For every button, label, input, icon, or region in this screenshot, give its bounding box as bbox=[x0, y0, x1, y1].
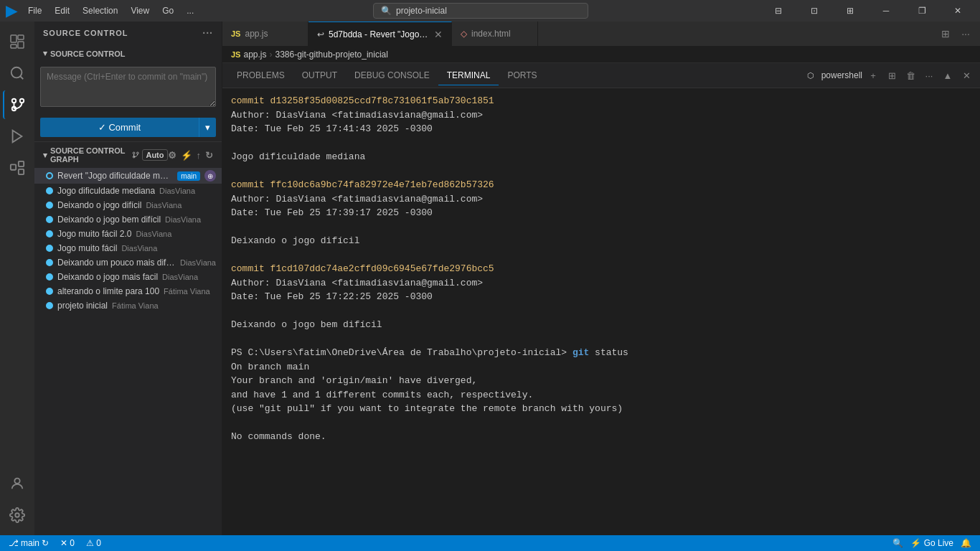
extensions-activity-icon[interactable] bbox=[3, 154, 32, 182]
golive-text: ⚡ Go Live bbox=[910, 538, 953, 548]
svg-point-14 bbox=[14, 479, 19, 484]
tab-label-appjs: app.js bbox=[245, 29, 299, 39]
graph-item-8[interactable]: alterando o limite para 100 Fátima Viana bbox=[34, 284, 222, 298]
status-notification[interactable]: 🔔 bbox=[958, 538, 974, 548]
term-on-branch: On branch main bbox=[231, 362, 309, 372]
term-message-2: Deixando o jogo difícil bbox=[231, 235, 359, 246]
term-prompt: PS C:\Users\fatim\OneDrive\Área de Traba… bbox=[231, 347, 573, 358]
sidebar-header-icons: ··· bbox=[202, 27, 213, 39]
window-split-icon[interactable]: ⊞ bbox=[834, 0, 867, 22]
status-zoom[interactable]: 🔍 bbox=[890, 538, 906, 548]
graph-item-0[interactable]: Revert "Jogo dificuldade mediana"... mai… bbox=[34, 168, 222, 184]
terminal-close-button[interactable]: ✕ bbox=[958, 67, 974, 83]
menu-selection[interactable]: Selection bbox=[77, 3, 123, 19]
terminal-more-button[interactable]: ··· bbox=[921, 67, 937, 83]
term-blank-1 bbox=[231, 136, 971, 151]
window-minimize-button[interactable]: ─ bbox=[870, 0, 903, 22]
graph-item-text-9: projeto inicial Fátima Viana bbox=[57, 301, 216, 311]
graph-item-2[interactable]: Deixando o jogo difícil DiasViana bbox=[34, 198, 222, 212]
breadcrumb-separator: › bbox=[270, 50, 273, 60]
tab-close-revert[interactable]: ✕ bbox=[434, 29, 443, 40]
menu-more[interactable]: ... bbox=[181, 3, 199, 19]
status-golive[interactable]: ⚡ Go Live bbox=[908, 538, 956, 548]
sc-label: SOURCE CONTROL bbox=[50, 50, 126, 58]
svg-rect-0 bbox=[11, 35, 17, 42]
sc-graph-chevron-icon: ▾ bbox=[43, 151, 47, 160]
tab-problems[interactable]: PROBLEMS bbox=[228, 66, 293, 85]
sc-graph-filter-icon[interactable]: ⚡ bbox=[181, 150, 192, 161]
commit-hash-2: commit ffc10dc6a9bc74fa82972e4e71eb7ed86… bbox=[231, 179, 494, 190]
menu-go[interactable]: Go bbox=[156, 3, 179, 19]
source-control-activity-icon[interactable] bbox=[3, 90, 32, 119]
graph-item-3[interactable]: Deixando o jogo bem difícil DiasViana bbox=[34, 212, 222, 227]
commit-message-input[interactable] bbox=[40, 67, 216, 107]
new-terminal-button[interactable]: + bbox=[865, 67, 881, 83]
sc-graph-fetch-icon[interactable]: ↻ bbox=[205, 150, 213, 161]
tab-output[interactable]: OUTPUT bbox=[293, 66, 346, 85]
graph-item-label-8: alterando o limite para 100 bbox=[57, 286, 159, 296]
term-line-15: Date: Tue Feb 25 17:22:25 2025 -0300 bbox=[231, 290, 971, 304]
status-warnings[interactable]: ⚠ 0 bbox=[83, 535, 104, 551]
editor-area: JS app.js ↩ 5d7bdda - Revert "Jogo dific… bbox=[222, 22, 980, 535]
commit-dropdown-button[interactable]: ▾ bbox=[199, 118, 216, 137]
term-blank-4 bbox=[231, 248, 971, 263]
tab-indexhtml[interactable]: ◇ index.html bbox=[452, 22, 538, 46]
tab-terminal[interactable]: TERMINAL bbox=[438, 66, 499, 85]
menu-file[interactable]: File bbox=[22, 3, 47, 19]
status-branch[interactable]: ⎇ main ↻ bbox=[6, 535, 52, 551]
tab-bar: JS app.js ↩ 5d7bdda - Revert "Jogo dific… bbox=[222, 22, 980, 47]
graph-item-label-6: Deixando um pouco mais difícil bbox=[57, 258, 176, 268]
tab-revert[interactable]: ↩ 5d7bdda - Revert "Jogo dificul... (2 f… bbox=[308, 22, 452, 46]
run-debug-icon[interactable] bbox=[3, 122, 32, 151]
graph-item-9[interactable]: projeto inicial Fátima Viana bbox=[34, 298, 222, 313]
explorer-icon[interactable] bbox=[3, 27, 32, 56]
breadcrumb: JS app.js › 3386-git-github-projeto_inic… bbox=[222, 47, 980, 63]
term-line-8: Author: DiasViana <fatimadiasviana@gmail… bbox=[231, 192, 971, 207]
graph-dot-0 bbox=[46, 172, 53, 179]
kill-terminal-button[interactable]: 🗑 bbox=[903, 67, 918, 83]
window-close-button[interactable]: ✕ bbox=[941, 0, 974, 22]
menu-view[interactable]: View bbox=[125, 3, 155, 19]
graph-item-text-5: Jogo muito fácil DiasViana bbox=[57, 243, 216, 253]
global-search-box[interactable]: 🔍 projeto-inicial bbox=[373, 3, 588, 19]
tab-debug-console[interactable]: DEBUG CONSOLE bbox=[346, 66, 438, 85]
terminal-maximize-button[interactable]: ▲ bbox=[940, 67, 956, 83]
split-editor-button[interactable]: ⊞ bbox=[937, 25, 954, 42]
window-layout-icon[interactable]: ⊟ bbox=[762, 0, 795, 22]
graph-item-6[interactable]: Deixando um pouco mais difícil DiasViana bbox=[34, 255, 222, 270]
tab-ports[interactable]: PORTS bbox=[499, 66, 545, 85]
tab-appjs[interactable]: JS app.js bbox=[222, 22, 308, 46]
menu-edit[interactable]: Edit bbox=[49, 3, 75, 19]
graph-item-4[interactable]: Jogo muito fácil 2.0 DiasViana bbox=[34, 227, 222, 241]
sc-title[interactable]: ▾ SOURCE CONTROL bbox=[34, 44, 222, 62]
search-activity-icon[interactable] bbox=[3, 59, 32, 88]
account-icon[interactable] bbox=[3, 469, 32, 498]
sc-graph-settings-icon[interactable]: ⚙ bbox=[168, 150, 176, 161]
graph-item-5[interactable]: Jogo muito fácil DiasViana bbox=[34, 241, 222, 255]
graph-item-1[interactable]: Jogo dificuldade mediana DiasViana bbox=[34, 184, 222, 198]
commit-button[interactable]: ✓ Commit bbox=[40, 118, 199, 137]
sc-graph-header[interactable]: ▾ SOURCE CONTROL GRAPH Auto ⚙ ⚡ ↑ ↻ bbox=[34, 142, 222, 168]
status-errors[interactable]: ✕ 0 bbox=[57, 535, 77, 551]
graph-item-author-8: Fátima Viana bbox=[164, 287, 210, 296]
term-line-3: Date: Tue Feb 25 17:41:43 2025 -0300 bbox=[231, 122, 971, 136]
powershell-label: powershell bbox=[821, 70, 862, 80]
sync-icon: ↻ bbox=[42, 538, 49, 548]
term-author-2: Author: DiasViana <fatimadiasviana@gmail… bbox=[231, 194, 483, 204]
svg-line-5 bbox=[20, 76, 23, 79]
menu-bar: File Edit Selection View Go ... bbox=[22, 3, 199, 19]
term-message-3: Deixando o jogo bem difícil bbox=[231, 319, 382, 330]
settings-icon[interactable] bbox=[3, 501, 32, 529]
svg-rect-12 bbox=[19, 169, 24, 174]
term-diverged-hint: (use "git pull" if you want to integrate… bbox=[231, 403, 623, 414]
window-sidebar-icon[interactable]: ⊡ bbox=[798, 0, 831, 22]
term-status-2: Your branch and 'origin/main' have diver… bbox=[231, 374, 971, 388]
sc-graph-push-icon[interactable]: ↑ bbox=[197, 150, 202, 161]
window-maximize-button[interactable]: ❐ bbox=[905, 0, 938, 22]
split-terminal-button[interactable]: ⊞ bbox=[884, 67, 900, 83]
sidebar-more-icon[interactable]: ··· bbox=[202, 27, 213, 39]
more-actions-button[interactable]: ··· bbox=[957, 25, 974, 42]
term-date-3: Date: Tue Feb 25 17:22:25 2025 -0300 bbox=[231, 291, 433, 302]
svg-rect-3 bbox=[11, 44, 17, 48]
graph-item-7[interactable]: Deixando o jogo mais facil DiasViana bbox=[34, 270, 222, 284]
